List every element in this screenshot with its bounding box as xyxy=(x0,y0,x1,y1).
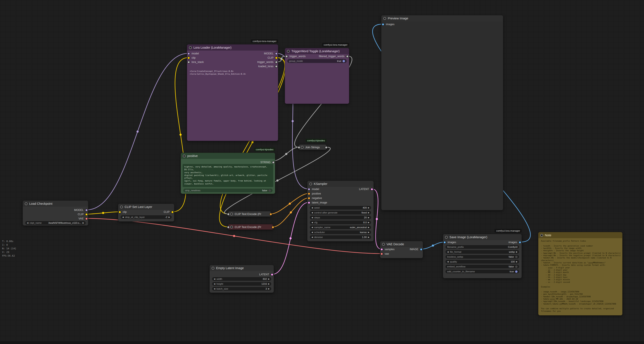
output-port-latent[interactable] xyxy=(370,188,373,191)
filename-prefix-widget[interactable]: filename_prefix ComfyUI xyxy=(445,245,520,249)
input-port-positive[interactable] xyxy=(308,192,310,195)
increment-arrow-icon[interactable]: ▶ xyxy=(368,207,370,209)
node-header[interactable]: Note xyxy=(538,232,622,238)
node-header[interactable]: Save Image (LoraManager) xyxy=(443,234,522,240)
height-widget[interactable]: ◀ height 1216 ▶ xyxy=(212,282,272,286)
combo-left-arrow-icon[interactable]: ◀ xyxy=(447,251,448,253)
node-preview-image[interactable]: Preview Image images xyxy=(381,15,503,210)
collapse-toggle-icon[interactable] xyxy=(382,243,385,246)
node-header[interactable]: positive xyxy=(181,153,275,159)
increment-arrow-icon[interactable]: ▶ xyxy=(368,236,370,238)
steps-widget[interactable]: ◀ steps 20 ▶ xyxy=(310,216,372,220)
node-empty-latent-image[interactable]: Empty Latent Image LATENT ◀ width 832 ▶ … xyxy=(210,265,274,293)
increment-arrow-icon[interactable]: ▶ xyxy=(268,283,270,285)
input-port-trigger-words[interactable] xyxy=(285,55,288,58)
node-load-checkpoint[interactable]: Load Checkpoint MODEL CLIP VAE ◀ ckpt_na… xyxy=(22,200,88,226)
input-port-latent-image[interactable] xyxy=(308,201,310,204)
toggle-knob-icon[interactable] xyxy=(515,270,518,273)
combo-right-arrow-icon[interactable]: ▶ xyxy=(368,226,370,228)
increment-arrow-icon[interactable]: ▶ xyxy=(368,217,370,218)
lora-syntax-text[interactable]: <lora:CreateConcept_Illustrious:0.8> <lo… xyxy=(190,70,276,76)
output-port-clip[interactable] xyxy=(275,56,278,59)
collapsed-input-port[interactable] xyxy=(298,146,300,149)
collapse-toggle-icon[interactable] xyxy=(301,146,304,149)
collapse-toggle-icon[interactable] xyxy=(230,226,233,228)
decrement-arrow-icon[interactable]: ◀ xyxy=(214,278,215,280)
strip-newlines-toggle-widget[interactable]: strip_newlines false xyxy=(183,188,273,192)
decrement-arrow-icon[interactable]: ◀ xyxy=(312,222,313,224)
collapsed-output-port[interactable] xyxy=(270,213,272,216)
collapse-toggle-icon[interactable] xyxy=(540,234,543,237)
toggle-knob-icon[interactable] xyxy=(515,266,518,268)
node-header[interactable]: CLIP Set Last Layer xyxy=(118,204,174,210)
batch-size-widget[interactable]: ◀ batch_size 3 ▶ xyxy=(212,287,272,291)
node-clip-text-encode-positive[interactable]: CLIP Text Encode (Pr xyxy=(228,211,271,217)
collapse-toggle-icon[interactable] xyxy=(383,17,386,20)
output-port-latent[interactable] xyxy=(271,273,274,276)
denoise-widget[interactable]: ◀ denoise 1.00 ▶ xyxy=(310,235,372,239)
node-triggerword-toggle[interactable]: TriggerWord Toggle (LoraManager) trigger… xyxy=(285,48,349,104)
collapsed-output-port[interactable] xyxy=(272,226,274,228)
width-widget[interactable]: ◀ width 832 ▶ xyxy=(212,277,272,281)
collapse-toggle-icon[interactable] xyxy=(189,46,192,49)
combo-left-arrow-icon[interactable]: ◀ xyxy=(27,222,28,224)
combo-left-arrow-icon[interactable]: ◀ xyxy=(312,226,313,228)
input-port-images[interactable] xyxy=(382,23,384,26)
node-clip-text-encode-negative[interactable]: CLIP Text Encode (Pr xyxy=(228,224,273,230)
node-graph-canvas[interactable]: T: 0.00s I: 0 N: 14 [14] V: 29 FPS:56.62… xyxy=(0,0,644,344)
toggle-knob-icon[interactable] xyxy=(268,190,271,192)
combo-right-arrow-icon[interactable]: ▶ xyxy=(368,212,370,214)
decrement-arrow-icon[interactable]: ◀ xyxy=(312,217,313,218)
output-port-model[interactable] xyxy=(85,209,88,212)
node-vae-decode[interactable]: VAE Decode samples vae IMAGE xyxy=(380,241,423,258)
collapsed-input-port[interactable] xyxy=(227,213,230,216)
node-header[interactable]: Lora Loader (LoraManager) xyxy=(187,44,278,50)
increment-arrow-icon[interactable]: ▶ xyxy=(516,261,518,263)
node-clip-set-last-layer[interactable]: CLIP Set Last Layer clip CLIP ◀ stop_at_… xyxy=(118,204,174,222)
node-header[interactable]: Preview Image xyxy=(382,15,503,21)
output-port-images[interactable] xyxy=(518,241,521,244)
scheduler-widget[interactable]: ◀ scheduler karras ▶ xyxy=(310,230,372,234)
collapse-toggle-icon[interactable] xyxy=(287,50,290,53)
output-port-trigger-words[interactable] xyxy=(275,61,278,64)
node-header[interactable]: Load Checkpoint xyxy=(23,201,88,207)
output-port-loaded-loras[interactable] xyxy=(275,65,278,68)
node-header[interactable]: VAE Decode xyxy=(380,241,423,247)
input-port-clip[interactable] xyxy=(187,56,190,59)
combo-right-arrow-icon[interactable]: ▶ xyxy=(368,232,370,233)
seed-widget[interactable]: ◀ seed 409 ▶ xyxy=(310,206,372,210)
toggle-knob-icon[interactable] xyxy=(515,256,518,258)
decrement-arrow-icon[interactable]: ◀ xyxy=(214,283,215,285)
decrement-arrow-icon[interactable]: ◀ xyxy=(447,261,448,263)
output-port-filtered-trigger-words[interactable] xyxy=(346,55,349,58)
node-ksampler[interactable]: KSampler model positive negative latent_… xyxy=(307,181,374,242)
input-port-samples[interactable] xyxy=(380,248,383,251)
collapse-toggle-icon[interactable] xyxy=(212,267,214,270)
collapsed-output-port[interactable] xyxy=(325,146,328,149)
file-format-widget[interactable]: ◀ file_format webp ▶ xyxy=(445,250,520,254)
collapse-toggle-icon[interactable] xyxy=(445,236,448,239)
decrement-arrow-icon[interactable]: ◀ xyxy=(312,236,313,238)
sampler-name-widget[interactable]: ◀ sampler_name euler_ancestral ▶ xyxy=(310,225,372,230)
input-port-images[interactable] xyxy=(443,241,446,244)
collapse-toggle-icon[interactable] xyxy=(25,202,28,205)
control-after-generate-widget[interactable]: ◀ control after generate fixed ▶ xyxy=(310,210,372,215)
input-port-model[interactable] xyxy=(187,52,190,55)
node-lora-loader[interactable]: Lora Loader (LoraManager) model clip lor… xyxy=(187,44,278,141)
cfg-widget[interactable]: ◀ cfg 8.0 ▶ xyxy=(310,220,372,224)
quality-widget[interactable]: ◀ quality 100 ▶ xyxy=(445,260,520,264)
increment-arrow-icon[interactable]: ▶ xyxy=(268,278,270,280)
decrement-arrow-icon[interactable]: ◀ xyxy=(312,207,313,209)
input-port-clip[interactable] xyxy=(118,211,121,214)
combo-left-arrow-icon[interactable]: ◀ xyxy=(312,212,313,214)
node-header[interactable]: Empty Latent Image xyxy=(210,265,274,271)
stop-at-clip-layer-widget[interactable]: ◀ stop_at_clip_layer -2 ▶ xyxy=(120,215,172,219)
node-positive-prompt[interactable]: positive STRING highres, very detailed, … xyxy=(181,153,275,194)
increment-arrow-icon[interactable]: ▶ xyxy=(168,216,170,218)
group-mode-toggle-widget[interactable]: group_mode true xyxy=(287,59,347,63)
increment-arrow-icon[interactable]: ▶ xyxy=(368,222,370,224)
increment-arrow-icon[interactable]: ▶ xyxy=(268,288,270,290)
output-port-string[interactable] xyxy=(272,161,275,164)
output-port-vae[interactable] xyxy=(85,217,88,220)
collapse-toggle-icon[interactable] xyxy=(183,154,186,158)
